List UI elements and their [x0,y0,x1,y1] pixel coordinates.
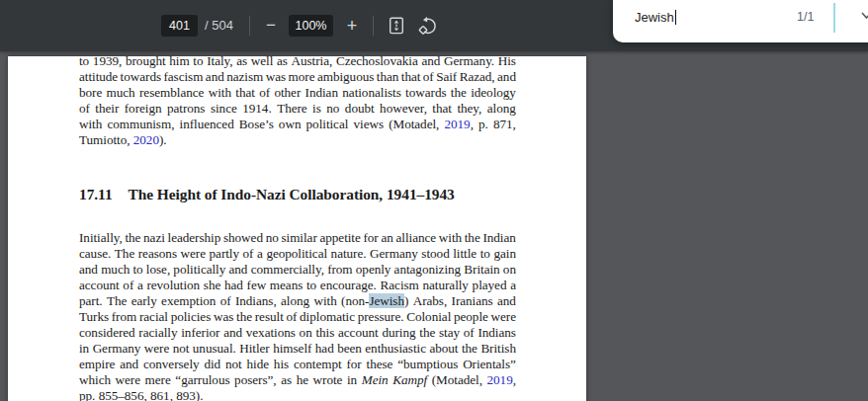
rotate-icon [417,16,439,37]
paragraph-intro: to1939,broughthimtoItaly,aswellasAustria… [79,53,516,148]
pdf-viewer: 401 / 504 − 100% + [0,0,868,401]
doc-line: Tumiotto,2020). [79,132,516,148]
zoom-in-button[interactable]: + [340,14,364,38]
find-match-count: 1/1 [797,10,814,24]
search-match-highlight: Jewish [369,293,404,308]
doc-line: Initially,thenazileadershipshowednosimil… [79,230,516,246]
doc-line: inGermanywerenotunusual.Hitlerhimselfhad… [79,341,516,357]
text-cursor [675,10,677,25]
doc-line: andmuchtolose,politicallyandcommercially… [79,262,516,278]
section-number: 17.11 [79,186,113,202]
doc-line: attitudetowardsfascismandnazismwasmoream… [79,69,516,85]
doc-line: withcommunism,influencedBose’sownpolitic… [79,117,516,132]
doc-line: accountofarevolutionshehadfewmeanstoenco… [79,278,516,293]
fit-to-page-icon [387,16,406,36]
zoom-out-button[interactable]: − [259,15,283,37]
doc-line: part.TheearlyexemptionofIndians,alongwit… [79,293,516,309]
doc-line: to1939,broughthimtoItaly,aswellasAustria… [79,53,516,69]
doc-line: Turksfromracialpolicieswastheresultofdip… [79,309,516,325]
doc-line: empireandconverselydidnothidehiscontempt… [79,357,516,372]
find-bar: Jewish 1/1 [613,0,868,42]
doc-line: oftheirforeignpatronssince1914.Thereisno… [79,101,516,117]
toolbar-divider [249,16,250,36]
chevron-down-icon [860,10,868,25]
find-query-text: Jewish [635,10,674,25]
doc-line: pp.855–856,861,893). [79,388,516,401]
toolbar-divider [373,16,374,36]
find-next-button[interactable] [860,9,868,25]
pdf-page: to1939,broughthimtoItaly,aswellasAustria… [8,56,586,401]
rotate-button[interactable] [415,14,441,38]
page-count-label: / 504 [205,15,233,37]
find-bar-divider [833,3,835,33]
document-canvas[interactable]: to1939,broughthimtoItaly,aswellasAustria… [0,51,868,401]
doc-line: boremuchresemblancewiththatofotherIndian… [79,85,516,101]
doc-line: consideredraciallyinferiorandvexationson… [79,325,516,341]
paragraph-body: Initially,thenazileadershipshowednosimil… [79,230,516,401]
find-input[interactable]: Jewish [635,7,676,27]
zoom-level-input[interactable]: 100% [289,15,333,37]
doc-line: whichweremere“garrulousposers”,ashewrote… [79,372,516,388]
section-heading: 17.11The Height of Indo-Nazi Collaborati… [79,186,516,203]
page-number-input[interactable]: 401 [161,15,198,37]
fit-to-page-button[interactable] [385,15,408,37]
section-title: The Height of Indo-Nazi Collaboration, 1… [129,186,455,202]
doc-line: cause.Thereasonswerepartlyofageopolitica… [79,246,516,262]
page-text: to1939,broughthimtoItaly,aswellasAustria… [79,53,516,401]
